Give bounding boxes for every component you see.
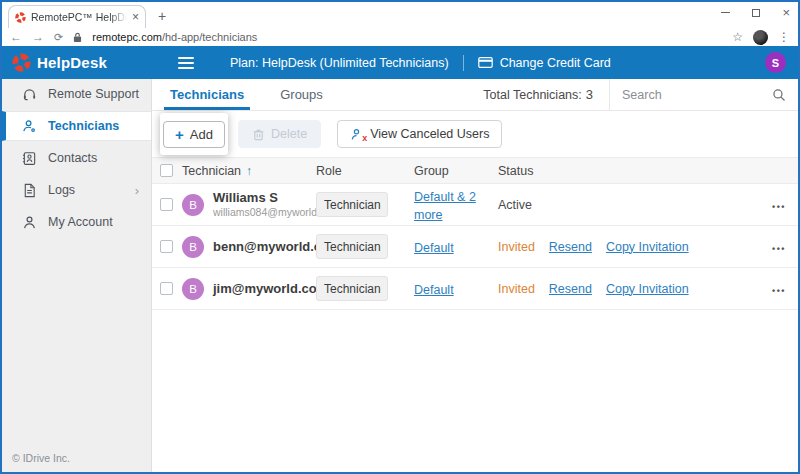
sidebar-item-label: Remote Support [48,87,139,101]
empty-area [152,310,798,472]
technician-name: jim@myworld.com [213,281,328,296]
add-button-label: Add [190,127,213,142]
sidebar-item-label: Technicians [48,119,119,133]
tab-technicians[interactable]: Technicians [152,79,262,110]
delete-button-label: Delete [271,127,307,141]
select-all-checkbox[interactable] [160,164,173,177]
tab-title: RemotePC™ HelpDesk - Technicians [31,11,127,23]
role-value: Technician [324,198,381,212]
brand[interactable]: HelpDesk [2,53,152,72]
column-technician[interactable]: Technician [182,164,241,178]
avatar: B [182,194,204,216]
content-tabs-row: Technicians Groups Total Technicians: 3 [152,79,798,111]
lock-icon [73,32,82,43]
url-text[interactable]: remotepc.com/hd-app/technicians [92,31,257,43]
refresh-icon[interactable]: ⟳ [54,32,63,43]
browser-menu-icon[interactable]: ⋮ [778,30,790,44]
plus-icon: + [175,127,184,142]
row-menu-icon[interactable]: ••• [772,286,786,296]
tab-groups[interactable]: Groups [262,79,341,110]
sidebar-item-label: Contacts [48,151,97,165]
row-checkbox[interactable] [160,282,173,295]
technician-icon [22,119,37,134]
headset-icon [22,87,37,102]
role-dropdown[interactable]: Technician [316,234,388,259]
favicon-life-ring-icon [15,12,26,23]
copyright-text: © IDrive Inc. [12,452,70,464]
toolbar: + Add Delete x View Canceled Users [152,111,798,157]
bookmark-star-icon[interactable]: ☆ [732,30,743,44]
status-badge: Invited [498,240,535,254]
main-content: Technicians Groups Total Technicians: 3 [152,79,798,472]
canceled-user-icon: x [350,128,363,141]
window-controls: × [721,6,790,19]
close-tab-icon[interactable]: × [132,11,139,23]
sidebar-item-technicians[interactable]: Technicians [2,111,151,141]
sidebar-item-logs[interactable]: Logs › [2,175,151,205]
search-icon[interactable] [772,88,786,102]
group-link[interactable]: Default & 2 more [414,190,476,222]
copy-invitation-link[interactable]: Copy Invitation [606,282,689,296]
row-checkbox[interactable] [160,240,173,253]
delete-button[interactable]: Delete [238,120,321,148]
table-header: Technician ↑ Role Group Status [152,157,798,184]
role-dropdown[interactable]: Technician [316,276,388,301]
row-checkbox[interactable] [160,198,173,211]
contacts-icon [22,151,37,166]
total-technicians-label: Total Technicians: [483,88,581,102]
sidebar-item-contacts[interactable]: Contacts [2,143,151,173]
hamburger-menu-icon[interactable] [178,57,194,69]
add-button[interactable]: + Add [163,121,225,148]
role-value: Technician [324,240,381,254]
sort-ascending-icon[interactable]: ↑ [246,164,252,178]
plan-label: Plan: HelpDesk (Unlimited Technicians) [230,56,449,70]
logs-icon [22,183,37,198]
browser-profile-avatar[interactable] [753,30,768,45]
resend-link[interactable]: Resend [549,240,592,254]
change-credit-card-label: Change Credit Card [500,56,611,70]
browser-tab[interactable]: RemotePC™ HelpDesk - Technicians × [8,5,146,28]
brand-name: HelpDesk [37,54,107,71]
table-row: B jim@myworld.com Technician Default Inv… [152,268,798,310]
role-dropdown[interactable]: Technician [316,192,388,217]
minimize-icon[interactable] [721,12,730,14]
table-row: B benn@myworld.com Technician Default In… [152,226,798,268]
canceled-x-mark: x [362,134,367,143]
copy-invitation-link[interactable]: Copy Invitation [606,240,689,254]
chevron-right-icon: › [135,183,139,198]
view-canceled-users-label: View Canceled Users [370,127,489,141]
column-status: Status [498,164,758,178]
sidebar-item-my-account[interactable]: My Account [2,207,151,237]
browser-window: RemotePC™ HelpDesk - Technicians × + × ←… [0,0,800,474]
group-link[interactable]: Default [414,241,454,255]
total-technicians-count: 3 [586,87,593,102]
user-avatar[interactable]: S [765,52,786,73]
table-row: B Williams S williams084@myworld.com Tec… [152,184,798,226]
change-credit-card-button[interactable]: Change Credit Card [478,56,611,70]
maximize-icon[interactable] [752,9,760,17]
browser-address-bar: ← → ⟳ remotepc.com/hd-app/technicians ☆ … [2,28,798,46]
group-link[interactable]: Default [414,283,454,297]
column-role: Role [316,164,414,178]
sidebar-item-label: Logs [48,183,75,197]
credit-card-icon [478,57,493,68]
avatar: B [182,278,204,300]
search-input[interactable] [622,88,764,102]
new-tab-icon[interactable]: + [158,8,166,24]
row-menu-icon[interactable]: ••• [772,244,786,254]
add-button-highlight-card: + Add [160,113,228,155]
forward-icon[interactable]: → [32,31,44,43]
brand-life-ring-icon [12,53,31,72]
total-technicians: Total Technicians: 3 [483,79,609,110]
header-divider [463,55,464,71]
status-badge: Active [498,198,532,212]
row-menu-icon[interactable]: ••• [772,202,786,212]
window-close-icon[interactable]: × [782,6,790,19]
browser-tab-strip: RemotePC™ HelpDesk - Technicians × + × [2,2,798,28]
view-canceled-users-button[interactable]: x View Canceled Users [337,120,502,148]
trash-icon [252,128,265,141]
resend-link[interactable]: Resend [549,282,592,296]
sidebar: Remote Support Technicians Contacts Logs [2,79,152,472]
back-icon[interactable]: ← [10,31,22,43]
sidebar-item-remote-support[interactable]: Remote Support [2,79,151,109]
